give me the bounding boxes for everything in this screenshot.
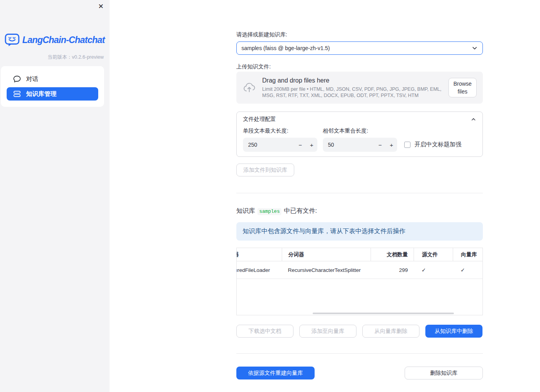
download-selected-button[interactable]: 下载选中文档 [236,325,293,338]
minus-icon: − [299,142,302,148]
plus-icon: + [310,142,313,148]
file-config-expander: 文件处理配置 单段文本最大长度: 250 − + 相邻文本重合长度: 50 [236,111,483,157]
upload-cloud-icon [243,82,256,93]
kb-select-value: samples (faiss @ bge-large-zh-v1.5) [241,45,330,51]
column-header-source-file[interactable]: 源文件 [414,248,453,261]
kb-level-buttons: 依据源文件重建向量库 删除知识库 [236,367,483,379]
overlap-field: 相邻文本重合长度: 50 − + [323,126,397,152]
kb-name-code: samples [257,208,281,215]
sidebar-close-button[interactable]: ✕ [97,2,105,11]
sidebar: ✕ LangChain-Chatchat 当前版本：v0.2.6-preview… [0,0,110,392]
cell-source-file-check: ✓ [414,261,453,279]
chunk-size-stepper[interactable]: 250 − + [243,138,317,152]
column-header-loader[interactable]: 文档加载器 [237,248,282,261]
overlap-decrement-button[interactable]: − [374,138,386,152]
table-header: 文档加载器 分词器 文档数量 源文件 向量库 [237,248,482,261]
delete-kb-button[interactable]: 删除知识库 [405,367,483,379]
chat-bubble-icon [13,75,21,83]
chunk-size-decrement-button[interactable]: − [295,138,306,152]
delete-from-kb-button[interactable]: 从知识库中删除 [425,325,482,338]
dropzone-title: Drag and drop files here [262,77,442,85]
chunk-size-label: 单段文本最大长度: [243,127,317,135]
kb-files-table[interactable]: 文档加载器 分词器 文档数量 源文件 向量库 UnstructuredFileL… [236,248,483,315]
chevron-down-icon [472,45,478,51]
close-icon: ✕ [98,3,104,10]
cell-loader: UnstructuredFileLoader [237,261,282,279]
divider [236,193,483,193]
minus-icon: − [378,142,382,148]
overlap-increment-button[interactable]: + [386,138,397,152]
column-header-doc-count[interactable]: 文档数量 [371,248,414,261]
chunk-size-increment-button[interactable]: + [306,138,317,152]
logo-chat-bubble-icon [5,33,20,47]
cell-vector-store-check: ✓ [453,261,482,279]
file-config-title: 文件处理配置 [243,115,276,123]
info-banner: 知识库中包含源文件与向量库，请从下表中选择文件后操作 [236,222,483,241]
rebuild-vector-store-button[interactable]: 依据源文件重建向量库 [236,367,315,379]
add-files-to-kb-button[interactable]: 添加文件到知识库 [236,164,294,176]
delete-from-vector-store-button[interactable]: 从向量库删除 [362,325,419,338]
check-icon: ✓ [421,267,426,273]
chevron-up-icon [471,117,476,122]
knowledge-base-icon [13,90,21,98]
chunk-size-value: 250 [243,142,295,148]
main-content: 请选择或新建知识库: samples (faiss @ bge-large-zh… [236,0,483,379]
zh-title-enhance-checkbox[interactable]: 开启中文标题加强 [404,141,461,148]
cell-doc-count: 299 [371,261,414,279]
app-title: LangChain-Chatchat [22,35,105,45]
overlap-label: 相邻文本重合长度: [323,127,397,135]
cell-splitter: RecursiveCharacterTextSplitter [282,261,371,279]
kb-select-label: 请选择或新建知识库: [236,31,483,38]
version-text: 当前版本：v0.2.6-preview [47,54,104,61]
column-header-vector-store[interactable]: 向量库 [453,248,482,261]
file-action-buttons: 下载选中文档 添加至向量库 从向量库删除 从知识库中删除 [236,325,483,338]
info-banner-text: 知识库中包含源文件与向量库，请从下表中选择文件后操作 [243,227,405,236]
divider [236,353,483,354]
column-header-splitter[interactable]: 分词器 [282,248,371,261]
sidebar-item-label: 知识库管理 [26,90,57,98]
check-icon: ✓ [461,267,465,273]
sidebar-menu: 对话 知识库管理 [1,66,104,107]
sidebar-item-label: 对话 [26,75,38,83]
dropzone-limit-text: Limit 200MB per file • HTML, MD, JSON, C… [262,86,442,99]
app-logo: LangChain-Chatchat [5,33,105,47]
file-config-body: 单段文本最大长度: 250 − + 相邻文本重合长度: 50 − + 开启中文标… [237,126,482,156]
upload-label: 上传知识文件: [236,63,483,70]
file-config-expander-header[interactable]: 文件处理配置 [237,112,482,126]
browse-files-button[interactable]: Browse files [448,78,477,97]
checkbox-icon[interactable] [404,142,410,148]
dropzone-instructions: Drag and drop files here Limit 200MB per… [262,77,442,99]
zh-title-enhance-label: 开启中文标题加强 [414,141,461,148]
kb-select[interactable]: samples (faiss @ bge-large-zh-v1.5) [236,41,483,55]
file-dropzone[interactable]: Drag and drop files here Limit 200MB per… [236,72,483,104]
horizontal-scrollbar[interactable] [313,313,454,314]
overlap-value: 50 [323,142,374,148]
sidebar-item-dialogue[interactable]: 对话 [7,72,98,86]
kb-files-heading: 知识库 samples 中已有文件: [236,207,483,216]
table-row[interactable]: UnstructuredFileLoader RecursiveCharacte… [237,261,482,279]
overlap-stepper[interactable]: 50 − + [323,138,397,152]
plus-icon: + [390,142,393,148]
add-to-vector-store-button[interactable]: 添加至向量库 [299,325,356,338]
chunk-size-field: 单段文本最大长度: 250 − + [243,126,317,152]
sidebar-item-knowledge-base[interactable]: 知识库管理 [7,87,98,101]
